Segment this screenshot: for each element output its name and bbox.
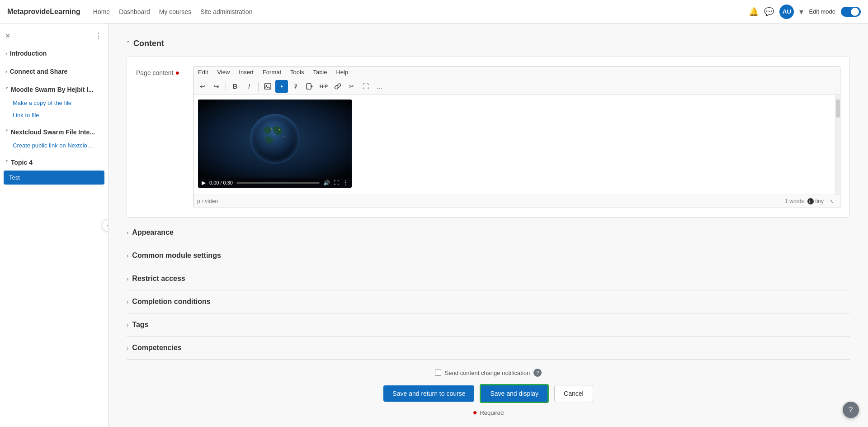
editor-path: p › video: [197, 198, 218, 204]
editor-menubar: Edit View Insert Format Tools Table Help: [193, 66, 840, 78]
sidebar-header: × ⋮: [0, 27, 108, 44]
cancel-button[interactable]: Cancel: [554, 385, 593, 402]
chevron-icon: ›: [127, 252, 128, 259]
svg-point-12: [283, 136, 284, 137]
chevron-icon: ›: [127, 345, 128, 351]
globe-image: [248, 112, 302, 166]
content-area: ˅ Content Page content ● Edit View Inser…: [108, 24, 868, 427]
video-more-button[interactable]: ⋮: [343, 180, 348, 186]
toolbar-more-button[interactable]: …: [373, 80, 386, 93]
chevron-icon: ›: [127, 275, 128, 282]
collapse-panel-button[interactable]: ‹: [102, 219, 108, 232]
volume-button[interactable]: 🔊: [323, 180, 330, 186]
sidebar-item-connect-share[interactable]: › Connect and Share: [0, 64, 108, 79]
toolbar-video-button[interactable]: [303, 80, 316, 93]
accordion-header-common-module[interactable]: › Common module settings: [127, 244, 850, 267]
nav-site-admin[interactable]: Site administration: [200, 8, 252, 15]
chevron-icon: ›: [127, 322, 128, 328]
editor-menu-view[interactable]: View: [212, 66, 234, 78]
editor-menu-edit[interactable]: Edit: [193, 66, 212, 78]
accordion-header-restrict-access[interactable]: › Restrict access: [127, 267, 850, 290]
page-content-row: Page content ● Edit View Insert Format T…: [136, 66, 840, 208]
editor-body[interactable]: ▶ 0:00 / 0:30 🔊 ⛶ ⋮: [193, 95, 840, 195]
editor-menu-format[interactable]: Format: [258, 66, 286, 78]
editor-resize-button[interactable]: ⤡: [827, 197, 836, 206]
sidebar-item-link-to-file[interactable]: Link to file: [0, 109, 108, 121]
toolbar-separator: [258, 82, 259, 91]
chevron-icon: ˅: [5, 87, 8, 93]
content-section-title: Content: [133, 39, 164, 48]
accordion-title-competencies: Competencies: [132, 344, 181, 352]
toolbar-link-button[interactable]: [331, 80, 344, 93]
sidebar-item-nextcloud-swarm[interactable]: ˅ Nextcloud Swarm File Inte...: [0, 125, 108, 139]
avatar[interactable]: AU: [779, 5, 794, 19]
content-section-header[interactable]: ˅ Content: [127, 33, 850, 55]
nav-my-courses[interactable]: My courses: [159, 8, 192, 15]
required-label: Required: [480, 409, 504, 416]
nav-dashboard[interactable]: Dashboard: [119, 8, 150, 15]
toolbar-italic-button[interactable]: I: [243, 80, 255, 93]
editor-menu-help[interactable]: Help: [331, 66, 353, 78]
editor-menu-tools[interactable]: Tools: [286, 66, 308, 78]
save-display-button[interactable]: Save and display: [480, 384, 549, 403]
sidebar-section-connect-share: › Connect and Share: [0, 62, 108, 81]
accordion-tags: › Tags: [127, 313, 850, 337]
sidebar-item-topic4[interactable]: ˅ Topic 4: [0, 155, 108, 170]
play-button[interactable]: ▶: [202, 180, 206, 186]
sidebar-section-label: Connect and Share: [10, 68, 68, 75]
content-block: Page content ● Edit View Insert Format T…: [127, 57, 850, 218]
sidebar-menu-button[interactable]: ⋮: [94, 31, 103, 41]
content-chevron-icon: ˅: [127, 40, 130, 47]
video-progress[interactable]: [236, 182, 320, 184]
svg-rect-4: [307, 84, 311, 89]
editor-word-count: 1 words: [785, 198, 804, 204]
sidebar-item-make-copy[interactable]: Make a copy of the file: [0, 97, 108, 109]
toolbar-audio-button[interactable]: 🎙: [289, 80, 302, 93]
accordion-common-module: › Common module settings: [127, 244, 850, 267]
toolbar-redo-button[interactable]: ↪: [210, 80, 223, 93]
editor-menu-table[interactable]: Table: [308, 66, 331, 78]
help-fab-button[interactable]: ?: [843, 402, 859, 418]
accordion-completion: › Completion conditions: [127, 290, 850, 313]
avatar-chevron-icon[interactable]: ▾: [799, 7, 803, 17]
sidebar-item-moodle-swarm[interactable]: ˅ Moodle Swarm By Hejbit I...: [0, 82, 108, 97]
accordion-header-completion[interactable]: › Completion conditions: [127, 290, 850, 313]
save-return-button[interactable]: Save and return to course: [383, 385, 474, 402]
editor-menu-insert[interactable]: Insert: [234, 66, 258, 78]
sidebar-item-introduction[interactable]: › Introduction: [0, 46, 108, 61]
toolbar-fullscreen-button[interactable]: ⛶: [359, 80, 372, 93]
sidebar-section-label: Topic 4: [11, 159, 33, 166]
accordion-title-common-module: Common module settings: [132, 251, 221, 260]
toolbar-bold-button[interactable]: B: [229, 80, 241, 93]
tinymce-editor[interactable]: Edit View Insert Format Tools Table Help…: [193, 66, 840, 208]
accordion-header-tags[interactable]: › Tags: [127, 313, 850, 336]
toolbar-hp-button[interactable]: H·P: [317, 80, 330, 93]
toolbar-undo-button[interactable]: ↩: [196, 80, 209, 93]
messages-icon[interactable]: 💬: [764, 7, 774, 17]
fullscreen-button[interactable]: ⛶: [334, 180, 339, 186]
video-player: ▶ 0:00 / 0:30 🔊 ⛶ ⋮: [198, 100, 352, 188]
notification-checkbox[interactable]: [435, 370, 441, 376]
edit-mode-toggle[interactable]: [841, 7, 861, 17]
top-navigation: MetaprovideLearning Home Dashboard My co…: [0, 0, 868, 24]
toolbar-media-button[interactable]: [275, 80, 288, 93]
sidebar-section-label: Nextcloud Swarm File Inte...: [11, 128, 95, 136]
sidebar-item-test[interactable]: Test: [4, 171, 104, 185]
accordion-appearance: › Appearance: [127, 221, 850, 244]
page-content-label: Page content ●: [136, 69, 186, 77]
notification-help-icon[interactable]: ?: [533, 369, 542, 377]
notification-label: Send content change notification: [445, 370, 530, 376]
toolbar-unlink-button[interactable]: ✂: [345, 80, 358, 93]
accordion-title-appearance: Appearance: [132, 228, 174, 237]
accordion-competencies: › Competencies: [127, 337, 850, 360]
sidebar-item-create-public-link[interactable]: Create public link on Nextclo...: [0, 139, 108, 152]
accordion-header-appearance[interactable]: › Appearance: [127, 221, 850, 244]
notifications-icon[interactable]: 🔔: [749, 7, 759, 17]
editor-scrollbar[interactable]: [835, 95, 840, 195]
nav-home[interactable]: Home: [93, 8, 110, 15]
accordion-header-competencies[interactable]: › Competencies: [127, 337, 850, 359]
toolbar-image-button[interactable]: [261, 80, 274, 93]
accordion-restrict-access: › Restrict access: [127, 267, 850, 290]
sidebar-close-button[interactable]: ×: [5, 31, 10, 41]
video-time: 0:00 / 0:30: [209, 180, 233, 185]
